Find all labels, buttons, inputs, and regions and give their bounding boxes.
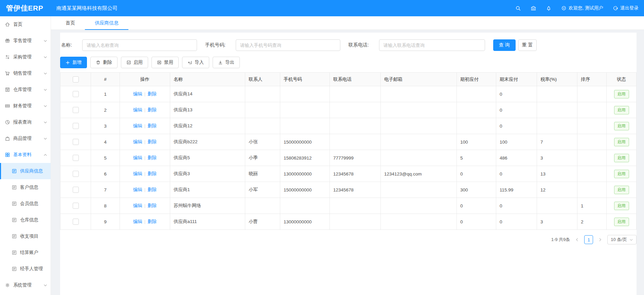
select-all-checkbox[interactable] xyxy=(73,76,79,82)
delete-link[interactable]: 删除 xyxy=(147,123,157,128)
delete-button[interactable]: 删除 xyxy=(90,57,118,68)
delete-link[interactable]: 删除 xyxy=(147,139,157,144)
user-welcome[interactable]: 欢迎您, 测试用户 xyxy=(561,5,603,11)
cell-contact: 晓丽 xyxy=(245,166,280,182)
cell-email xyxy=(381,118,457,134)
add-button[interactable]: 新增 xyxy=(60,57,87,68)
sidebar-item-home[interactable]: 首页 xyxy=(0,16,51,33)
sidebar-item-supplier-info[interactable]: 供应商信息 xyxy=(0,163,51,179)
tab-supplier-info[interactable]: 供应商信息 xyxy=(85,16,128,30)
sidebar-item-label: 结算账户 xyxy=(20,250,38,256)
sidebar-item-goods-mgmt[interactable]: 商品管理 xyxy=(0,130,51,147)
sidebar-item-income-expense-item[interactable]: 收支项目 xyxy=(0,228,51,244)
edit-link[interactable]: 编辑 xyxy=(133,91,142,96)
sidebar-item-handler-mgmt[interactable]: 经手人管理 xyxy=(0,261,51,277)
basic-icon xyxy=(5,152,10,158)
cell-sort xyxy=(577,150,607,166)
tel-search-input[interactable] xyxy=(379,39,485,51)
edit-link[interactable]: 编辑 xyxy=(133,219,142,224)
delete-link[interactable]: 删除 xyxy=(147,203,157,208)
phone-search-input[interactable] xyxy=(236,39,340,51)
col-email: 电子邮箱 xyxy=(381,73,457,86)
row-checkbox[interactable] xyxy=(73,171,79,177)
sidebar-item-warehouse-info[interactable]: 仓库信息 xyxy=(0,212,51,228)
row-checkbox[interactable] xyxy=(73,107,79,113)
chevron-down-icon xyxy=(43,72,47,75)
edit-link[interactable]: 编辑 xyxy=(133,139,142,144)
edit-link[interactable]: 编辑 xyxy=(133,203,142,208)
delete-link[interactable]: 删除 xyxy=(147,187,157,192)
cell-status: 启用 xyxy=(607,214,637,230)
row-checkbox[interactable] xyxy=(73,187,79,193)
row-checkbox[interactable] xyxy=(73,91,79,97)
edit-link[interactable]: 编辑 xyxy=(133,155,142,160)
edit-link[interactable]: 编辑 xyxy=(133,123,142,128)
edit-link[interactable]: 编辑 xyxy=(133,171,142,176)
sidebar-item-member-info[interactable]: 会员信息 xyxy=(0,196,51,212)
disable-button[interactable]: 禁用 xyxy=(151,57,179,68)
sidebar-item-label: 零售管理 xyxy=(13,38,32,44)
import-button[interactable]: 导入 xyxy=(182,57,209,68)
cell-email xyxy=(381,102,457,118)
chevron-down-icon xyxy=(43,88,47,92)
logout-button[interactable]: 退出登录 xyxy=(613,5,639,11)
search-icon[interactable] xyxy=(515,5,521,11)
sidebar-item-report-query[interactable]: 报表查询 xyxy=(0,114,51,130)
cell-name: 供应商1 xyxy=(170,182,245,198)
cell-tel xyxy=(330,118,381,134)
delete-link[interactable]: 删除 xyxy=(147,171,157,176)
cell-opening-payable xyxy=(457,102,496,118)
prev-page-button[interactable] xyxy=(573,236,581,244)
reset-button[interactable]: 重 置 xyxy=(518,39,537,51)
edit-link[interactable]: 编辑 xyxy=(133,107,142,112)
tab-home[interactable]: 首页 xyxy=(56,16,85,30)
row-checkbox[interactable] xyxy=(73,203,79,209)
warehouse-icon xyxy=(5,87,10,92)
cell-name: 供应商14 xyxy=(170,86,245,102)
cell-index: 8 xyxy=(91,198,120,214)
sidebar-item-purchase-mgmt[interactable]: 采购管理 xyxy=(0,49,51,65)
cell-phone xyxy=(280,86,330,102)
table-row: 8编辑|删除苏州蜗牛网络001启用 xyxy=(60,198,637,214)
export-button[interactable]: 导出 xyxy=(213,57,240,68)
sidebar-item-warehouse-mgmt[interactable]: 仓库管理 xyxy=(0,81,51,98)
sidebar-item-label: 仓库管理 xyxy=(13,87,32,93)
name-search-input[interactable] xyxy=(82,39,197,51)
cell-status: 启用 xyxy=(607,182,637,198)
delete-link[interactable]: 删除 xyxy=(147,155,157,160)
page-size-select[interactable]: 10 条/页 xyxy=(607,235,637,244)
cell-phone: 15000000000 xyxy=(280,182,330,198)
row-checkbox[interactable] xyxy=(73,155,79,161)
row-checkbox[interactable] xyxy=(73,123,79,129)
page-number-button[interactable]: 1 xyxy=(584,235,593,244)
sidebar-item-system-mgmt[interactable]: 系统管理 xyxy=(0,277,51,293)
chevron-down-icon xyxy=(43,137,47,141)
enable-button[interactable]: 启用 xyxy=(121,57,148,68)
name-label: 名称: xyxy=(61,42,72,48)
sidebar-item-settlement-account[interactable]: 结算账户 xyxy=(0,244,51,261)
next-page-button[interactable] xyxy=(596,236,604,244)
bank-icon[interactable] xyxy=(531,5,536,11)
cell-tax-rate: 12 xyxy=(537,182,577,198)
row-checkbox[interactable] xyxy=(73,219,79,225)
search-button[interactable]: 查 询 xyxy=(493,39,516,51)
delete-link[interactable]: 删除 xyxy=(147,107,157,112)
sidebar-item-customer-info[interactable]: 客户信息 xyxy=(0,179,51,196)
row-checkbox[interactable] xyxy=(73,139,79,145)
sidebar-item-label: 采购管理 xyxy=(13,54,32,60)
chevron-down-icon xyxy=(629,238,633,242)
delete-link[interactable]: 删除 xyxy=(147,219,157,224)
sidebar-item-finance-mgmt[interactable]: 财务管理 xyxy=(0,98,51,114)
bell-icon[interactable] xyxy=(546,5,552,11)
delete-link[interactable]: 删除 xyxy=(147,91,157,96)
col-closing-payable: 期末应付 xyxy=(496,73,537,86)
cell-status: 启用 xyxy=(607,102,637,118)
sidebar-item-sales-mgmt[interactable]: 销售管理 xyxy=(0,65,51,81)
sidebar-item-retail-mgmt[interactable]: 零售管理 xyxy=(0,33,51,49)
cell-contact xyxy=(245,118,280,134)
sidebar-item-basic-data[interactable]: 基本资料 xyxy=(0,147,51,163)
edit-link[interactable]: 编辑 xyxy=(133,187,142,192)
cell-opening-payable xyxy=(457,86,496,102)
chevron-down-icon xyxy=(43,121,47,124)
phone-label: 手机号码: xyxy=(205,42,226,48)
